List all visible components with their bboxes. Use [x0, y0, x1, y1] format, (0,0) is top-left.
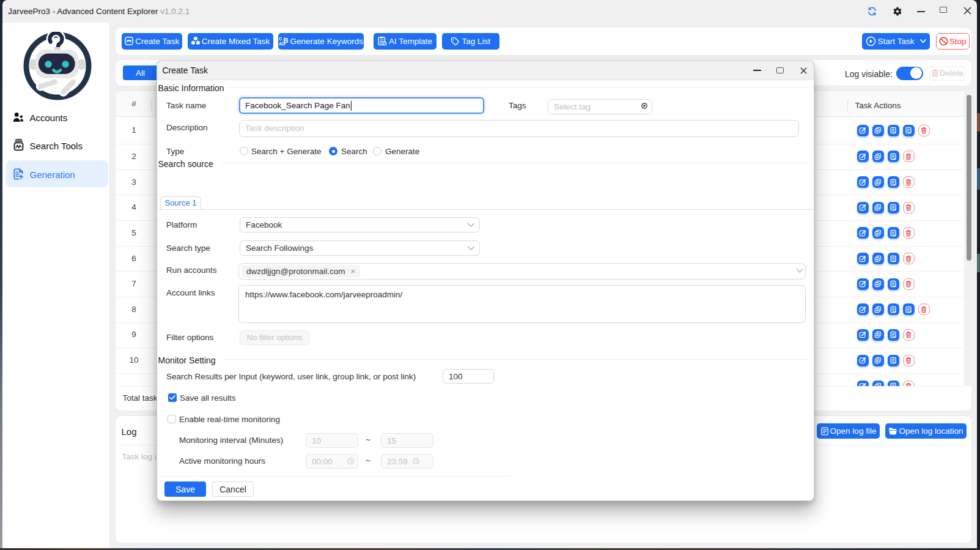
svg-text:B: B: [283, 37, 288, 44]
